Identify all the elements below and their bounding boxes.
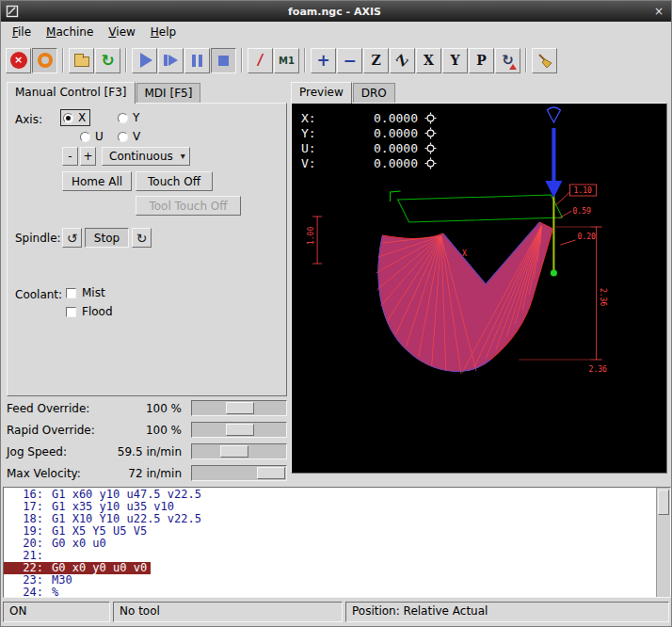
optional-pause-icon: M1 <box>279 56 295 66</box>
estop-button[interactable]: × <box>6 48 31 73</box>
jog-speed-value: 59.5 in/min <box>118 445 182 458</box>
dro-readout: X: 0.0000 Y: 0.0000 U: 0.0000 V: 0.0000 <box>301 110 437 170</box>
line-text: G0 x0 u0 <box>43 537 106 550</box>
dim-label: 2.36 <box>589 365 608 374</box>
axis-radio-y[interactable]: Y <box>115 109 144 126</box>
jog-speed-slider[interactable] <box>191 443 287 459</box>
dro-axis-label: X: <box>301 111 322 125</box>
touch-off-button[interactable]: Touch Off <box>136 171 213 191</box>
status-tool: No tool <box>113 602 343 622</box>
axis-radio-x[interactable]: X <box>60 109 90 126</box>
spindle-ccw-icon: ↺ <box>67 232 78 245</box>
dro-axis-value: 0.0000 <box>322 126 418 140</box>
view-y-button[interactable]: Y <box>442 48 468 73</box>
tool-arrow <box>545 107 562 198</box>
tab-preview[interactable]: Preview <box>291 82 352 104</box>
mist-checkbox[interactable]: Mist <box>66 286 105 299</box>
spindle-cw-icon: ↻ <box>136 232 148 245</box>
slider-handle[interactable] <box>257 467 285 479</box>
stop-icon <box>218 56 229 66</box>
open-file-button[interactable] <box>69 48 94 73</box>
jog-plus-button[interactable]: + <box>80 147 96 166</box>
axis-radio-u[interactable]: U <box>77 128 108 145</box>
preview-canvas[interactable]: X: 0.0000 Y: 0.0000 U: 0.0000 V: 0.0000 <box>291 103 667 474</box>
slider-handle[interactable] <box>226 402 254 414</box>
optional-pause-button[interactable]: M1 <box>274 48 299 73</box>
rapid-override-value: 100 % <box>146 424 182 437</box>
run-program-button[interactable] <box>132 48 157 73</box>
gcode-line[interactable]: 23:M30 <box>4 574 670 587</box>
view-perspective-button[interactable]: P <box>469 48 494 73</box>
titlebar[interactable]: foam.ngc - AXIS × <box>1 1 671 22</box>
scrollbar-thumb[interactable] <box>658 490 669 515</box>
zoom-in-icon: + <box>316 53 329 69</box>
jog-mode-select[interactable]: Continuous ▾ <box>102 147 190 166</box>
clear-plot-button[interactable] <box>532 48 557 73</box>
zoom-out-button[interactable]: − <box>337 48 362 73</box>
line-text: M30 <box>43 573 72 587</box>
broom-icon <box>536 52 553 69</box>
axis-radio-v-label: V <box>133 130 140 143</box>
axis-radio-x-label: X <box>78 111 86 124</box>
menu-machine[interactable]: Machine <box>39 24 101 40</box>
stop-button[interactable] <box>211 48 236 73</box>
radio-dot <box>80 132 90 142</box>
spindle-stop-button[interactable]: Stop <box>85 228 129 248</box>
flood-checkbox[interactable]: Flood <box>66 305 113 318</box>
tab-dro[interactable]: DRO <box>353 83 395 103</box>
reload-file-button[interactable]: ↻ <box>95 48 120 73</box>
max-velocity-value: 72 in/min <box>128 467 182 480</box>
view-z-icon: Z <box>371 54 380 67</box>
axis-radio-v[interactable]: V <box>115 128 145 145</box>
feed-override-row: Feed Override: 100 % <box>5 398 287 420</box>
skip-lines-button[interactable]: / <box>248 48 273 73</box>
menu-help[interactable]: Help <box>143 24 184 40</box>
home-all-button[interactable]: Home All <box>62 171 132 191</box>
line-text: G1 X5 Y5 U5 V5 <box>43 524 147 538</box>
spindle-cw-button[interactable]: ↻ <box>132 228 152 248</box>
gcode-line[interactable]: 24:% <box>4 587 670 598</box>
view-z-rotated-button[interactable]: Z <box>390 48 415 73</box>
gcode-listing[interactable]: 16:G1 x60 y10 u47.5 v22.5 17:G1 x35 y10 … <box>3 487 671 598</box>
zoom-in-button[interactable]: + <box>311 48 336 73</box>
homed-icon <box>424 112 437 124</box>
tab-mdi[interactable]: MDI [F5] <box>136 83 201 103</box>
rotate-view-button[interactable]: ↻ <box>495 48 520 73</box>
slider-handle[interactable] <box>220 445 248 458</box>
line-text <box>43 549 52 562</box>
flood-label: Flood <box>82 305 113 318</box>
max-velocity-slider[interactable] <box>191 465 287 481</box>
dim-label: 1.00 <box>307 227 315 245</box>
dro-axis-value: 0.0000 <box>322 141 418 155</box>
status-position: Position: Relative Actual <box>345 602 669 622</box>
rapid-override-slider[interactable] <box>191 422 287 438</box>
statusbar: ON No tool Position: Relative Actual <box>3 602 669 622</box>
spindle-ccw-button[interactable]: ↺ <box>62 228 82 248</box>
pause-button[interactable] <box>184 48 210 73</box>
machine-power-button[interactable] <box>32 48 57 73</box>
view-perspective-icon: P <box>476 54 487 67</box>
gcode-line-active[interactable]: 22:G0 x0 y0 u0 v0 <box>4 562 670 574</box>
axis-label: Axis: <box>15 113 42 126</box>
menu-file[interactable]: File <box>5 24 39 40</box>
checkbox-box <box>66 288 76 298</box>
jog-speed-label: Jog Speed: <box>7 445 67 458</box>
jog-minus-button[interactable]: - <box>62 147 78 166</box>
step-line-button[interactable] <box>158 48 184 73</box>
feed-override-slider[interactable] <box>191 400 287 416</box>
tab-manual-control[interactable]: Manual Control [F3] <box>7 82 136 104</box>
spindle-label: Spindle: <box>15 232 61 245</box>
gcode-line[interactable]: 20:G0 x0 u0 <box>4 538 670 550</box>
tool-touch-off-button[interactable]: Tool Touch Off <box>136 196 241 216</box>
line-number: 24: <box>4 587 43 598</box>
gcode-scrollbar[interactable] <box>656 488 670 597</box>
menu-view[interactable]: View <box>101 24 142 40</box>
view-z-button[interactable]: Z <box>363 48 389 73</box>
dro-row-y: Y: 0.0000 <box>301 125 437 140</box>
slider-handle[interactable] <box>226 424 254 436</box>
line-text: G1 x60 y10 u47.5 v22.5 <box>43 488 201 501</box>
pause-icon <box>192 55 202 67</box>
estop-icon: × <box>10 52 27 69</box>
view-x-button[interactable]: X <box>416 48 441 73</box>
close-button[interactable]: × <box>650 5 667 18</box>
